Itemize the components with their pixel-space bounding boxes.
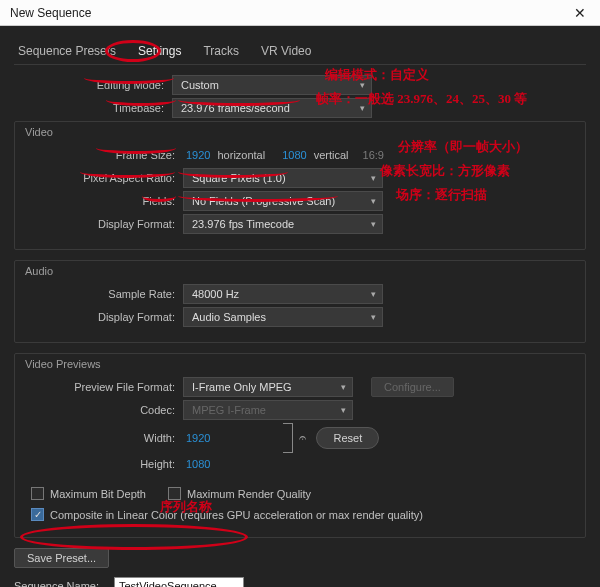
aspect-ratio: 16:9	[359, 149, 388, 161]
frame-size-label: Frame Size:	[25, 149, 183, 161]
horizontal-label: horizontal	[213, 149, 269, 161]
preview-format-label: Preview File Format:	[25, 381, 183, 393]
fields-dropdown[interactable]: No Fields (Progressive Scan) ▾	[183, 191, 383, 211]
audio-display-format-label: Display Format:	[25, 311, 183, 323]
configure-button: Configure...	[371, 377, 454, 397]
video-display-format-label: Display Format:	[25, 218, 183, 230]
checkbox-icon	[168, 487, 181, 500]
audio-group: Audio Sample Rate: 48000 Hz ▾ Display Fo…	[14, 260, 586, 343]
par-value: Square Pixels (1.0)	[192, 172, 286, 184]
tab-settings[interactable]: Settings	[136, 40, 183, 64]
chevron-down-icon: ▾	[371, 289, 376, 299]
max-render-quality-checkbox[interactable]: Maximum Render Quality	[168, 487, 311, 500]
video-group-title: Video	[25, 126, 575, 138]
frame-width-input[interactable]: 1920	[183, 149, 213, 161]
codec-label: Codec:	[25, 404, 183, 416]
tabs: Sequence Presets Settings Tracks VR Vide…	[14, 36, 586, 65]
preview-format-value: I-Frame Only MPEG	[192, 381, 292, 393]
previews-group: Video Previews Preview File Format: I-Fr…	[14, 353, 586, 538]
window-title: New Sequence	[10, 6, 91, 20]
vertical-label: vertical	[310, 149, 353, 161]
chevron-down-icon: ▾	[371, 196, 376, 206]
chevron-down-icon: ▾	[371, 173, 376, 183]
chevron-down-icon: ▾	[341, 382, 346, 392]
editing-mode-value: Custom	[181, 79, 219, 91]
chevron-down-icon: ▾	[341, 405, 346, 415]
sample-rate-value: 48000 Hz	[192, 288, 239, 300]
audio-display-format-dropdown[interactable]: Audio Samples ▾	[183, 307, 383, 327]
audio-display-format-value: Audio Samples	[192, 311, 266, 323]
chevron-down-icon: ▾	[360, 80, 365, 90]
max-bit-depth-checkbox[interactable]: Maximum Bit Depth	[31, 487, 146, 500]
title-bar: New Sequence ✕	[0, 0, 600, 26]
tab-vr-video[interactable]: VR Video	[259, 40, 313, 64]
checkbox-checked-icon: ✓	[31, 508, 44, 521]
audio-group-title: Audio	[25, 265, 575, 277]
tab-tracks[interactable]: Tracks	[201, 40, 241, 64]
link-icon[interactable]: 𝄐	[299, 430, 306, 446]
chevron-down-icon: ▾	[360, 103, 365, 113]
codec-value: MPEG I-Frame	[192, 404, 266, 416]
timebase-dropdown[interactable]: 23.976 frames/second ▾	[172, 98, 372, 118]
preview-width-input[interactable]: 1920	[183, 432, 213, 444]
frame-height-input[interactable]: 1080	[279, 149, 309, 161]
sample-rate-label: Sample Rate:	[25, 288, 183, 300]
close-icon[interactable]: ✕	[568, 3, 592, 23]
editing-mode-dropdown[interactable]: Custom ▾	[172, 75, 372, 95]
preview-format-dropdown[interactable]: I-Frame Only MPEG ▾	[183, 377, 353, 397]
preview-width-label: Width:	[25, 432, 183, 444]
save-preset-button[interactable]: Save Preset...	[14, 548, 109, 568]
par-dropdown[interactable]: Square Pixels (1.0) ▾	[183, 168, 383, 188]
fields-value: No Fields (Progressive Scan)	[192, 195, 335, 207]
checkbox-icon	[31, 487, 44, 500]
sequence-name-input[interactable]	[114, 577, 244, 587]
video-group: Video Frame Size: 1920 horizontal 1080 v…	[14, 121, 586, 250]
chevron-down-icon: ▾	[371, 312, 376, 322]
max-bit-depth-label: Maximum Bit Depth	[50, 488, 146, 500]
link-bracket	[283, 423, 293, 453]
timebase-label: Timebase:	[14, 102, 172, 114]
composite-linear-checkbox[interactable]: ✓ Composite in Linear Color (requires GP…	[31, 508, 575, 521]
tab-sequence-presets[interactable]: Sequence Presets	[16, 40, 118, 64]
previews-group-title: Video Previews	[25, 358, 575, 370]
par-label: Pixel Aspect Ratio:	[25, 172, 183, 184]
timebase-value: 23.976 frames/second	[181, 102, 290, 114]
fields-label: Fields:	[25, 195, 183, 207]
preview-height-input[interactable]: 1080	[183, 458, 213, 470]
preview-height-label: Height:	[25, 458, 183, 470]
composite-linear-label: Composite in Linear Color (requires GPU …	[50, 509, 423, 521]
video-display-format-value: 23.976 fps Timecode	[192, 218, 294, 230]
video-display-format-dropdown[interactable]: 23.976 fps Timecode ▾	[183, 214, 383, 234]
codec-dropdown: MPEG I-Frame ▾	[183, 400, 353, 420]
editing-mode-label: Editing Mode:	[14, 79, 172, 91]
chevron-down-icon: ▾	[371, 219, 376, 229]
sample-rate-dropdown[interactable]: 48000 Hz ▾	[183, 284, 383, 304]
sequence-name-label: Sequence Name:	[14, 580, 114, 587]
reset-button[interactable]: Reset	[316, 427, 379, 449]
max-render-quality-label: Maximum Render Quality	[187, 488, 311, 500]
